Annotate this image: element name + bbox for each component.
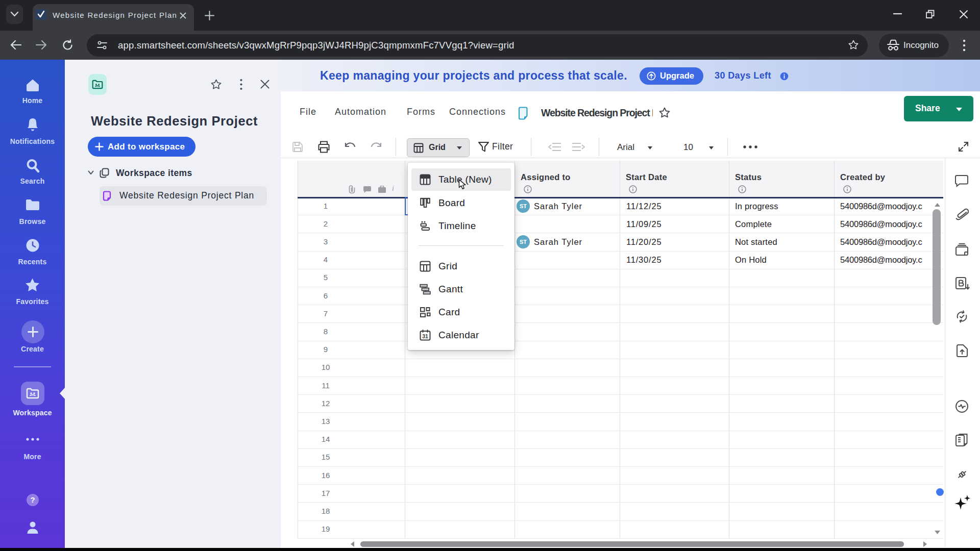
svg-text:31: 31 xyxy=(422,333,428,339)
